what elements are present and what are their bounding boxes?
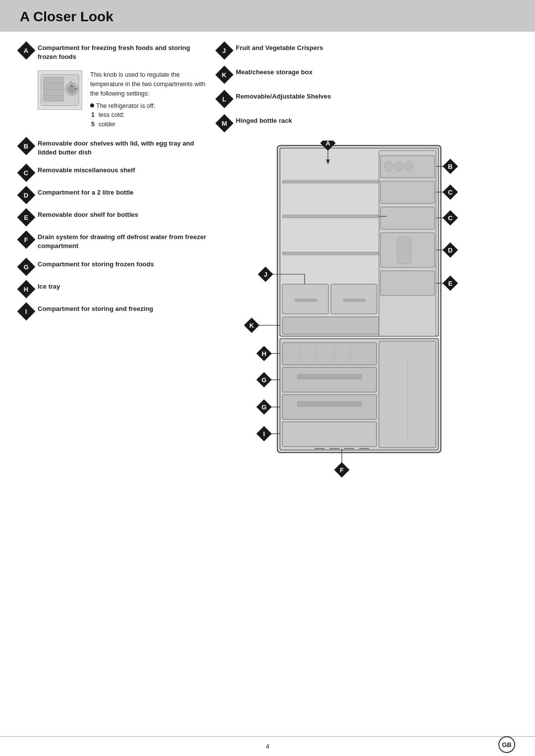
svg-rect-40 [379, 341, 436, 448]
svg-rect-27 [380, 181, 434, 203]
item-M: M Hinged bottle rack [218, 116, 515, 130]
svg-text:F: F [340, 466, 344, 474]
item-K-label: Meat/cheese storage box [236, 68, 313, 76]
item-J: J Fruit and Vegetable Crispers [218, 44, 515, 57]
item-D-text: Compartment for a 2 litre bottle [38, 188, 208, 197]
svg-text:K: K [249, 322, 254, 329]
svg-point-24 [395, 161, 403, 171]
item-L-text: Removable/Adjustable Shelves [236, 92, 515, 101]
right-column: J Fruit and Vegetable Crispers K Meat/ch… [208, 44, 515, 479]
item-K-text: Meat/cheese storage box [236, 68, 515, 77]
item-F-text: Drain system for drawing off defrost wat… [38, 233, 208, 251]
item-F-label: Drain system for drawing off defrost wat… [38, 233, 206, 250]
item-I-label: Compartment for storing and freezing [38, 305, 153, 312]
item-D: D Compartment for a 2 litre bottle [20, 188, 208, 202]
badge-K: K [215, 66, 234, 84]
item-C-text: Removable miscellaneous shelf [38, 166, 208, 175]
svg-rect-34 [380, 271, 434, 296]
badge-E: E [17, 208, 36, 227]
setting-off: The refrigerator is off; [96, 101, 155, 111]
svg-text:G: G [262, 403, 267, 411]
svg-text:C: C [448, 189, 453, 196]
badge-A: A [17, 42, 36, 60]
badge-J: J [215, 42, 234, 60]
svg-text:H: H [262, 350, 266, 357]
svg-rect-42 [282, 343, 376, 365]
svg-text:G: G [262, 376, 267, 384]
svg-rect-50 [282, 395, 376, 419]
setting-5-text: colder [99, 120, 115, 129]
svg-rect-13 [282, 180, 379, 183]
item-E: E Removable door shelf for bottles [20, 210, 208, 224]
badge-G: G [17, 257, 36, 276]
footer-page-number: 4 [266, 743, 269, 750]
svg-text:C: C [448, 214, 453, 222]
item-C: C Removable miscellaneous shelf [20, 166, 208, 179]
item-I: I Compartment for storing and freezing [20, 304, 208, 318]
fridge-diagram-section: A B C C [218, 141, 515, 479]
item-H-label: Ice tray [38, 283, 60, 290]
item-G-text: Compartment for storing frozen foods [38, 260, 208, 269]
svg-rect-49 [297, 374, 362, 379]
item-H: H Ice tray [20, 282, 208, 296]
badge-H: H [17, 280, 36, 298]
item-M-label: Hinged bottle rack [236, 117, 292, 124]
left-column: A Compartment for freezing fresh foods a… [20, 44, 208, 479]
svg-rect-18 [295, 299, 317, 302]
item-I-text: Compartment for storing and freezing [38, 304, 208, 313]
badge-C: C [17, 164, 36, 182]
svg-text:D: D [448, 247, 452, 254]
item-L-label: Removable/Adjustable Shelves [236, 93, 331, 100]
svg-point-23 [385, 161, 393, 171]
item-E-text: Removable door shelf for bottles [38, 210, 208, 219]
svg-text:J: J [264, 271, 267, 278]
item-A: A Compartment for freezing fresh foods a… [20, 44, 208, 61]
svg-rect-15 [282, 252, 379, 255]
svg-rect-51 [297, 402, 362, 406]
bullet-icon [90, 103, 94, 107]
badge-F: F [17, 231, 36, 249]
svg-rect-32 [397, 237, 411, 264]
item-M-text: Hinged bottle rack [236, 116, 515, 125]
item-G-label: Compartment for storing frozen foods [38, 260, 154, 268]
page-title: A Closer Look [20, 9, 515, 25]
item-B: B Removable door shelves with lid, with … [20, 139, 208, 157]
setting-5-label: 5 [91, 120, 95, 129]
item-B-text: Removable door shelves with lid, with eg… [38, 139, 208, 157]
svg-point-9 [75, 89, 77, 90]
badge-M: M [215, 114, 234, 133]
svg-rect-19 [343, 299, 366, 302]
page-header: A Closer Look [0, 0, 535, 32]
item-L: L Removable/Adjustable Shelves [218, 92, 515, 105]
svg-rect-1 [44, 77, 63, 101]
svg-text:E: E [448, 280, 453, 287]
badge-I: I [17, 302, 36, 320]
main-content: A Compartment for freezing fresh foods a… [0, 44, 535, 508]
item-D-label: Compartment for a 2 litre bottle [38, 189, 134, 196]
svg-text:B: B [448, 163, 452, 170]
item-J-label: Fruit and Vegetable Crispers [236, 44, 323, 51]
svg-rect-48 [282, 367, 376, 392]
footer-country-badge: GB [498, 736, 515, 753]
page-footer: 4 GB [0, 736, 535, 756]
setting-1-label: 1 [91, 110, 95, 120]
badge-D: D [17, 186, 36, 204]
item-G: G Compartment for storing frozen foods [20, 260, 208, 273]
item-J-text: Fruit and Vegetable Crispers [236, 44, 515, 52]
svg-rect-52 [282, 422, 376, 447]
svg-point-25 [405, 161, 413, 171]
setting-1-text: less cold; [99, 110, 124, 120]
badge-B: B [17, 137, 36, 155]
item-F: F Drain system for drawing off defrost w… [20, 233, 208, 251]
item-B-label: Removable door shelves with lid, with eg… [38, 140, 194, 156]
two-column-layout: A Compartment for freezing fresh foods a… [20, 44, 515, 479]
knob-description: This knob is used to regulate the temper… [90, 70, 208, 129]
item-H-text: Ice tray [38, 282, 208, 291]
badge-L: L [215, 90, 234, 108]
svg-text:A: A [325, 141, 330, 147]
svg-rect-14 [282, 215, 379, 218]
fridge-diagram-svg: A B C C [218, 141, 505, 477]
svg-rect-29 [380, 207, 434, 229]
item-K: K Meat/cheese storage box [218, 68, 515, 81]
knob-section: 3 This knob is used to regulate the temp… [20, 70, 208, 129]
